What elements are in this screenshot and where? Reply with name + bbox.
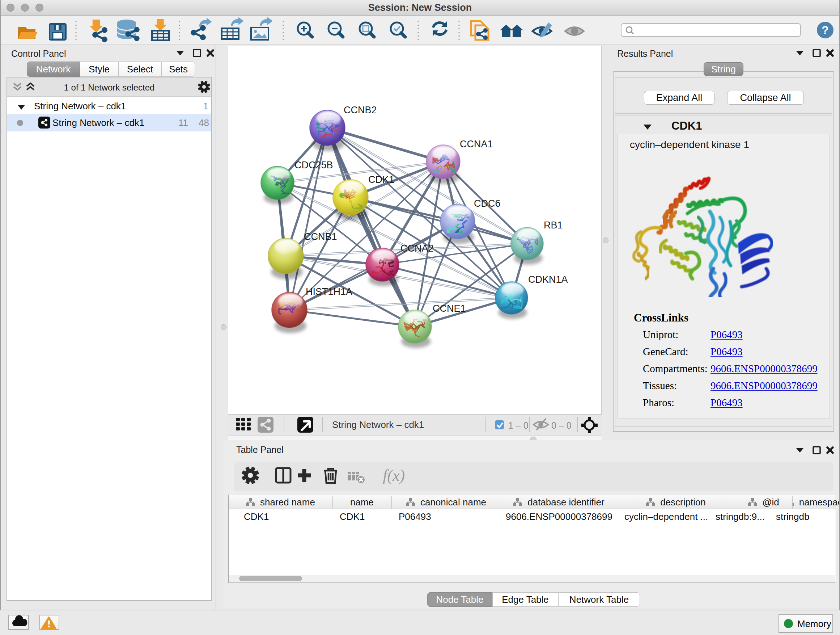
svg-text:RB1: RB1 [544, 220, 563, 231]
svg-text:CDK1: CDK1 [368, 174, 394, 185]
svg-text:CCNA1: CCNA1 [460, 139, 493, 149]
svg-text:HIST1H1A: HIST1H1A [306, 287, 352, 297]
svg-text:CDC25B: CDC25B [294, 160, 333, 171]
svg-text:CCNA2: CCNA2 [401, 243, 434, 254]
svg-text:CDKN1A: CDKN1A [528, 274, 568, 285]
svg-text:CCNB2: CCNB2 [344, 105, 377, 116]
svg-text:CCNB1: CCNB1 [304, 231, 337, 242]
svg-text:CCNE1: CCNE1 [433, 303, 466, 314]
svg-text:CDC6: CDC6 [474, 198, 501, 209]
